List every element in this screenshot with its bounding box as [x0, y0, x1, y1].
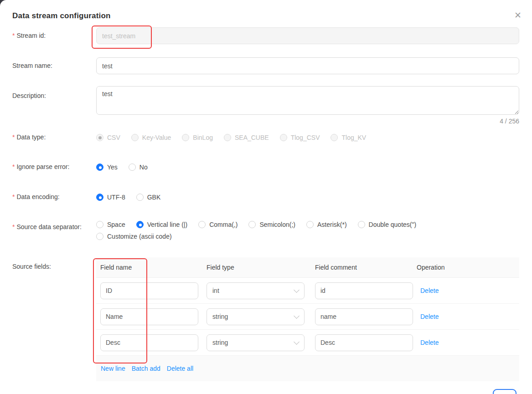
stream-id-label: *Stream id:	[12, 32, 46, 39]
dialog-title: Data stream configuration	[12, 11, 111, 20]
description-label: Description:	[12, 92, 46, 99]
source-fields-table: Field name Field type Field comment Oper…	[96, 257, 519, 381]
radio-unchecked-icon	[358, 221, 365, 228]
stream-name-label: Stream name:	[12, 62, 52, 69]
data-encoding-radio-group: UTF-8 GBK	[96, 192, 519, 202]
field-type-select[interactable]: string	[207, 308, 305, 325]
radio-unchecked-icon	[306, 221, 314, 228]
radio-option-key-value[interactable]: Key-Value	[131, 134, 171, 141]
radio-option-asterisk[interactable]: Asterisk(*)	[306, 221, 347, 228]
column-header-field-comment: Field comment	[311, 264, 413, 271]
radio-unchecked-icon	[136, 194, 144, 201]
field-comment-input[interactable]	[315, 334, 413, 351]
radio-option-customize-ascii[interactable]: Customize (ascii code)	[96, 233, 172, 240]
field-name-input[interactable]	[100, 308, 198, 325]
radio-unchecked-icon	[96, 221, 103, 228]
field-comment-input[interactable]	[315, 282, 413, 299]
required-mark: *	[12, 163, 15, 170]
table-row: int Delete	[96, 278, 519, 304]
radio-checked-icon	[96, 164, 103, 171]
radio-unchecked-disabled-icon	[331, 134, 338, 141]
stream-id-input[interactable]	[96, 27, 519, 44]
radio-unchecked-icon	[96, 233, 103, 240]
radio-option-double-quotes[interactable]: Double quotes(")	[358, 221, 417, 228]
radio-option-no[interactable]: No	[129, 164, 148, 171]
field-name-input[interactable]	[100, 334, 198, 351]
radio-checked-icon	[136, 221, 144, 228]
radio-unchecked-icon	[198, 221, 206, 228]
radio-unchecked-disabled-icon	[280, 134, 287, 141]
delete-all-link[interactable]: Delete all	[167, 365, 193, 372]
radio-unchecked-disabled-icon	[131, 134, 139, 141]
column-header-field-name: Field name	[96, 264, 202, 271]
radio-option-sea-cube[interactable]: SEA_CUBE	[224, 134, 269, 141]
source-data-separator-label: *Source data separator:	[12, 223, 82, 230]
delete-row-link[interactable]: Delete	[420, 287, 439, 294]
batch-add-link[interactable]: Batch add	[132, 365, 160, 372]
column-header-operation: Operation	[413, 264, 519, 271]
ignore-parse-error-label: *Ignore parse error:	[12, 163, 69, 170]
description-char-counter: 4 / 256	[500, 118, 519, 125]
radio-option-csv[interactable]: CSV	[96, 134, 120, 141]
data-type-radio-group: CSV Key-Value BinLog SEA_CUBE Tlog_CSV T…	[96, 133, 519, 143]
radio-checked-icon	[96, 194, 103, 201]
new-line-link[interactable]: New line	[101, 365, 125, 372]
delete-row-link[interactable]: Delete	[420, 313, 439, 320]
chevron-down-icon	[294, 313, 300, 319]
radio-option-utf8[interactable]: UTF-8	[96, 194, 125, 201]
radio-option-yes[interactable]: Yes	[96, 164, 118, 171]
radio-checked-disabled-icon	[96, 134, 103, 141]
table-row: string Delete	[96, 330, 519, 356]
radio-unchecked-icon	[248, 221, 256, 228]
data-stream-configuration-dialog: Data stream configuration ✕ *Stream id: …	[0, 0, 532, 394]
separator-radio-group-row2: Customize (ascii code)	[96, 231, 519, 241]
table-footer: New line Batch add Delete all	[96, 356, 519, 381]
radio-unchecked-icon	[129, 164, 136, 171]
required-mark: *	[12, 133, 15, 141]
field-type-select[interactable]: string	[207, 334, 305, 351]
radio-option-gbk[interactable]: GBK	[136, 194, 161, 201]
chevron-down-icon	[294, 287, 300, 293]
data-type-label: *Data type:	[12, 133, 46, 141]
radio-option-tlog-kv[interactable]: Tlog_KV	[331, 134, 366, 141]
separator-radio-group-row1: Space Vertical line (|) Comma(,) Semicol…	[96, 220, 519, 230]
radio-unchecked-disabled-icon	[224, 134, 231, 141]
radio-option-vertical-line[interactable]: Vertical line (|)	[136, 221, 187, 228]
required-mark: *	[12, 32, 15, 39]
close-icon[interactable]: ✕	[512, 10, 523, 21]
stream-name-input[interactable]	[96, 57, 519, 74]
radio-option-semicolon[interactable]: Semicolon(;)	[248, 221, 295, 228]
source-fields-label: Source fields:	[12, 263, 51, 270]
table-header-row: Field name Field type Field comment Oper…	[96, 257, 519, 278]
radio-option-space[interactable]: Space	[96, 221, 125, 228]
chevron-down-icon	[294, 339, 300, 345]
column-header-field-type: Field type	[202, 264, 311, 271]
radio-option-tlog-csv[interactable]: Tlog_CSV	[280, 134, 320, 141]
required-mark: *	[12, 193, 15, 200]
field-comment-input[interactable]	[315, 308, 413, 325]
field-name-input[interactable]	[100, 282, 198, 299]
radio-option-binlog[interactable]: BinLog	[182, 134, 213, 141]
radio-option-comma[interactable]: Comma(,)	[198, 221, 238, 228]
description-textarea[interactable]: test	[96, 86, 519, 115]
radio-unchecked-disabled-icon	[182, 134, 189, 141]
table-row: string Delete	[96, 304, 519, 330]
field-type-select[interactable]: int	[207, 282, 305, 299]
partial-button[interactable]	[493, 389, 517, 394]
data-encoding-label: *Data encoding:	[12, 193, 60, 200]
delete-row-link[interactable]: Delete	[420, 339, 439, 346]
required-mark: *	[12, 223, 15, 230]
ignore-parse-error-radio-group: Yes No	[96, 162, 519, 172]
